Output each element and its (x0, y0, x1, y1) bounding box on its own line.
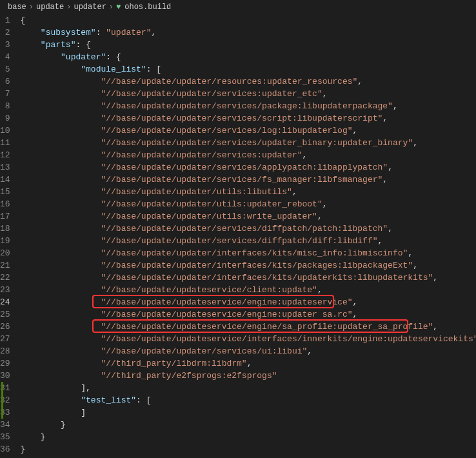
code-line[interactable]: "//base/update/updater/interfaces/kits/u… (21, 272, 476, 284)
breadcrumb[interactable]: base › update › updater › ♥ ohos.build (0, 0, 476, 14)
file-icon: ♥ (116, 3, 121, 12)
line-number: 25 (0, 308, 10, 321)
line-number: 3 (0, 39, 10, 51)
code-line[interactable]: { (21, 14, 476, 26)
line-number: 4 (0, 51, 10, 63)
code-line[interactable]: "//base/update/updater/services/package:… (21, 100, 476, 112)
line-number: 10 (0, 124, 10, 137)
line-number: 12 (0, 149, 10, 161)
line-number: 27 (0, 333, 10, 345)
code-line[interactable]: "//base/update/updater/services:updater"… (21, 149, 476, 161)
breadcrumb-part[interactable]: update (36, 3, 64, 12)
code-line[interactable]: "//base/update/updater/utils:libutils", (21, 186, 476, 198)
code-line[interactable]: "//third_party/e2fsprogs:e2fsprogs" (21, 370, 476, 382)
code-line[interactable]: "//base/update/updateservice/interfaces/… (21, 333, 476, 345)
code-line[interactable]: "//base/update/updater/services/diffpatc… (21, 223, 476, 235)
code-line[interactable]: } (21, 431, 476, 443)
code-line[interactable]: "//base/update/updateservice/client:upda… (21, 284, 476, 296)
code-line[interactable]: "//base/update/updater/services/updater_… (21, 137, 476, 149)
code-line[interactable]: "//base/update/updater/utils:updater_reb… (21, 198, 476, 210)
code-line[interactable]: "//base/update/updater/services/ui:libui… (21, 345, 476, 357)
line-number: 35 (0, 431, 10, 443)
code-line[interactable]: "parts": { (21, 39, 476, 51)
code-line[interactable]: "//third_party/libdrm:libdrm", (21, 357, 476, 370)
code-line[interactable]: "//base/update/updater/services/fs_manag… (21, 174, 476, 186)
line-number: 8 (0, 100, 10, 112)
line-number: 2 (0, 26, 10, 39)
line-number: 1 (0, 14, 10, 26)
code-line[interactable]: ] (21, 406, 476, 419)
code-line[interactable]: "//base/update/updater/utils:write_updat… (21, 210, 476, 223)
code-line[interactable]: "//base/update/updater/services:updater_… (21, 88, 476, 100)
code-line[interactable]: "//base/update/updater/interfaces/kits/p… (21, 259, 476, 272)
chevron-right-icon: › (29, 3, 34, 12)
line-number: 15 (0, 186, 10, 198)
line-number: 30 (0, 370, 10, 382)
line-number: 22 (0, 272, 10, 284)
line-number: 28 (0, 345, 10, 357)
code-line[interactable]: "//base/update/updater/interfaces/kits/m… (21, 247, 476, 259)
line-number: 6 (0, 75, 10, 88)
chevron-right-icon: › (109, 3, 114, 12)
code-line[interactable]: } (21, 443, 476, 455)
code-line[interactable]: ], (21, 382, 476, 394)
line-number: 20 (0, 247, 10, 259)
code-line[interactable]: "subsystem": "updater", (21, 26, 476, 39)
line-number: 29 (0, 357, 10, 370)
code-line[interactable]: "//base/update/updater/services/diffpatc… (21, 235, 476, 247)
line-number: 26 (0, 321, 10, 333)
code-line[interactable]: "//base/update/updater/resources:updater… (21, 75, 476, 88)
code-line[interactable]: "//base/update/updateservice/engine:upda… (21, 296, 476, 308)
code-editor[interactable]: 1234567891011121314151617181920212223242… (0, 14, 476, 457)
breadcrumb-part[interactable]: base (8, 3, 26, 12)
line-number: 36 (0, 443, 10, 455)
code-line[interactable]: "//base/update/updater/services/script:l… (21, 112, 476, 124)
code-line[interactable]: "//base/update/updater/services/applypat… (21, 161, 476, 174)
line-number-gutter: 1234567891011121314151617181920212223242… (0, 14, 21, 457)
code-line[interactable]: "updater": { (21, 51, 476, 63)
line-number: 13 (0, 161, 10, 174)
code-line[interactable]: } (21, 419, 476, 431)
line-number: 14 (0, 174, 10, 186)
chevron-right-icon: › (66, 3, 71, 12)
breadcrumb-part[interactable]: updater (74, 3, 106, 12)
code-line[interactable]: "test_list": [ (21, 394, 476, 406)
line-number: 5 (0, 63, 10, 75)
code-line[interactable]: "module_list": [ (21, 63, 476, 75)
code-content[interactable]: { "subsystem": "updater", "parts": { "up… (21, 14, 476, 457)
line-number: 11 (0, 137, 10, 149)
breadcrumb-file[interactable]: ohos.build (124, 3, 171, 12)
git-modified-indicator (1, 382, 3, 419)
line-number: 34 (0, 419, 10, 431)
line-number: 9 (0, 112, 10, 124)
code-line[interactable]: "//base/update/updater/services/log:libu… (21, 124, 476, 137)
line-number: 7 (0, 88, 10, 100)
code-line[interactable]: "//base/update/updateservice/engine:upda… (21, 308, 476, 321)
line-number: 19 (0, 235, 10, 247)
line-number: 17 (0, 210, 10, 223)
code-line[interactable]: "//base/update/updateservice/engine/sa_p… (21, 321, 476, 333)
line-number: 16 (0, 198, 10, 210)
line-number: 21 (0, 259, 10, 272)
line-number: 23 (0, 284, 10, 296)
line-number: 24 (0, 296, 10, 308)
line-number: 18 (0, 223, 10, 235)
